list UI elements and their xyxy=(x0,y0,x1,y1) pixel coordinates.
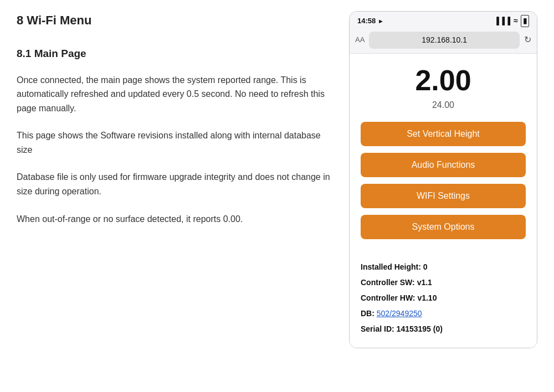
wifi-icon: ≈ xyxy=(514,15,518,27)
status-right-icons: ▐▐▐ ≈ ▮ xyxy=(494,15,529,27)
db-link[interactable]: 502/2949250 xyxy=(377,309,422,318)
controller-hw-value: v1.10 xyxy=(417,293,437,302)
address-url[interactable]: 192.168.10.1 xyxy=(369,32,520,49)
serial-id-value: 14153195 (0) xyxy=(397,324,443,333)
info-section: Installed Height: 0 Controller SW: v1.1 … xyxy=(350,250,537,348)
page-container: 8 Wi-Fi Menu 8.1 Main Page Once connecte… xyxy=(0,0,554,392)
paragraph-1: Once connected, the main page shows the … xyxy=(17,73,338,116)
main-value: 2.00 xyxy=(415,65,471,96)
system-options-button[interactable]: System Options xyxy=(361,215,526,239)
phone-content: 2.00 24.00 Set Vertical Height Audio Fun… xyxy=(350,54,537,250)
sub-value: 24.00 xyxy=(432,99,454,112)
controller-sw-value: v1.1 xyxy=(417,278,432,287)
phone-mockup: 14:58 ► ▐▐▐ ≈ ▮ AA 192.168.10.1 ↻ 2.00 2… xyxy=(349,11,537,381)
serial-id-label: Serial ID: xyxy=(361,324,394,333)
status-time: 14:58 ► xyxy=(357,16,384,27)
left-column: 8 Wi-Fi Menu 8.1 Main Page Once connecte… xyxy=(17,11,349,381)
address-aa-label: AA xyxy=(355,34,365,45)
main-heading: 8 Wi-Fi Menu xyxy=(17,11,338,29)
paragraph-4: When out-of-range or no surface detected… xyxy=(17,212,338,226)
location-icon: ► xyxy=(378,18,384,24)
signal-icon: ▐▐▐ xyxy=(494,16,511,27)
sub-heading: 8.1 Main Page xyxy=(17,46,338,62)
installed-height-row: Installed Height: 0 xyxy=(361,259,526,275)
paragraph-3: Database file is only used for firmware … xyxy=(17,170,338,198)
phone-frame: 14:58 ► ▐▐▐ ≈ ▮ AA 192.168.10.1 ↻ 2.00 2… xyxy=(349,11,537,348)
db-label: DB: xyxy=(361,309,375,318)
wifi-settings-button[interactable]: WIFI Settings xyxy=(361,184,526,208)
serial-id-row: Serial ID: 14153195 (0) xyxy=(361,321,526,337)
phone-address-bar: AA 192.168.10.1 ↻ xyxy=(350,29,537,54)
paragraph-2: This page shows the Software revisions i… xyxy=(17,128,338,157)
refresh-icon[interactable]: ↻ xyxy=(524,33,531,47)
time-text: 14:58 xyxy=(357,17,376,25)
installed-height-value: 0 xyxy=(423,262,428,271)
set-vertical-height-button[interactable]: Set Vertical Height xyxy=(361,122,526,146)
controller-sw-row: Controller SW: v1.1 xyxy=(361,275,526,290)
phone-status-bar: 14:58 ► ▐▐▐ ≈ ▮ xyxy=(350,12,537,29)
controller-hw-row: Controller HW: v1.10 xyxy=(361,290,526,306)
controller-hw-label: Controller HW: xyxy=(361,293,416,302)
db-row: DB: 502/2949250 xyxy=(361,306,526,321)
battery-icon: ▮ xyxy=(521,15,529,27)
controller-sw-label: Controller SW: xyxy=(361,278,415,287)
audio-functions-button[interactable]: Audio Functions xyxy=(361,153,526,177)
installed-height-label: Installed Height: xyxy=(361,262,421,271)
